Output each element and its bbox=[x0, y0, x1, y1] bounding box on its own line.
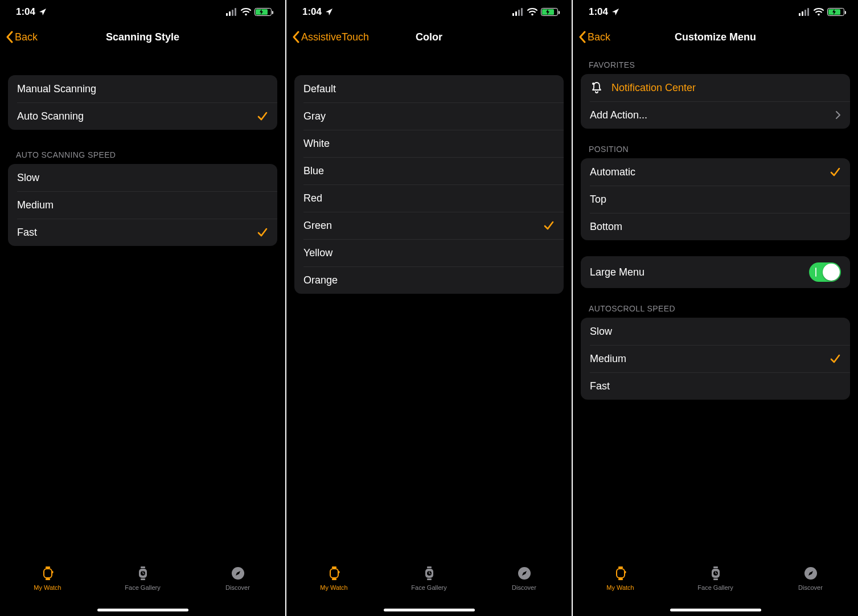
row-position-automatic[interactable]: Automatic bbox=[581, 158, 850, 186]
row-autoscroll-medium[interactable]: Medium bbox=[581, 345, 850, 372]
status-bar: 1:04 bbox=[0, 0, 285, 24]
row-label: Top bbox=[590, 194, 841, 206]
tab-bar: My Watch Face Gallery Discover bbox=[573, 561, 858, 616]
watch-icon bbox=[612, 565, 629, 582]
large-menu-switch[interactable] bbox=[809, 262, 841, 282]
row-speed-fast[interactable]: Fast bbox=[8, 219, 277, 246]
row-color-orange[interactable]: Orange bbox=[294, 266, 564, 294]
row-label: White bbox=[303, 138, 555, 150]
row-color-blue[interactable]: Blue bbox=[294, 157, 564, 184]
row-label: Notification Center bbox=[611, 82, 841, 94]
row-speed-slow[interactable]: Slow bbox=[8, 164, 277, 191]
page-title: Scanning Style bbox=[0, 31, 285, 43]
row-position-bottom[interactable]: Bottom bbox=[581, 213, 850, 240]
tab-label: Face Gallery bbox=[125, 584, 160, 591]
tab-my-watch[interactable]: My Watch bbox=[0, 565, 95, 616]
back-button[interactable]: Back bbox=[578, 31, 610, 43]
row-label: Medium bbox=[17, 199, 268, 211]
back-button[interactable]: Back bbox=[6, 31, 38, 43]
back-button[interactable]: AssistiveTouch bbox=[292, 31, 369, 43]
cellular-signal-icon bbox=[512, 8, 524, 16]
row-label: Medium bbox=[590, 353, 830, 365]
scanning-speed-group: Slow Medium Fast bbox=[8, 164, 277, 246]
row-color-default[interactable]: Default bbox=[294, 75, 564, 102]
chevron-left-icon bbox=[6, 31, 14, 43]
row-position-top[interactable]: Top bbox=[581, 186, 850, 213]
check-icon bbox=[830, 353, 841, 364]
check-icon bbox=[257, 227, 268, 238]
watch-face-icon bbox=[134, 565, 151, 582]
large-menu-group: Large Menu bbox=[581, 256, 850, 288]
row-color-green[interactable]: Green bbox=[294, 212, 564, 239]
section-header-position: POSITION bbox=[581, 145, 850, 158]
wifi-icon bbox=[241, 8, 251, 16]
tab-bar: My Watch Face Gallery Discover bbox=[0, 561, 285, 616]
charging-bolt-icon bbox=[832, 9, 836, 15]
tab-label: My Watch bbox=[320, 584, 348, 591]
row-label: Large Menu bbox=[590, 266, 809, 278]
row-auto-scanning[interactable]: Auto Scanning bbox=[8, 102, 277, 130]
position-group: Automatic Top Bottom bbox=[581, 158, 850, 240]
row-manual-scanning[interactable]: Manual Scanning bbox=[8, 75, 277, 102]
autoscroll-group: Slow Medium Fast bbox=[581, 318, 850, 400]
back-label: Back bbox=[588, 31, 610, 43]
section-header-autoscroll: AUTOSCROLL SPEED bbox=[581, 304, 850, 318]
screen-color: 1:04 AssistiveTouch Color Default bbox=[285, 0, 572, 616]
row-label: Orange bbox=[303, 274, 555, 286]
row-label: Manual Scanning bbox=[17, 83, 268, 95]
favorites-group: Notification Center Add Action... bbox=[581, 74, 850, 129]
watch-face-icon bbox=[421, 565, 438, 582]
row-label: Add Action... bbox=[590, 109, 835, 121]
row-color-red[interactable]: Red bbox=[294, 184, 564, 212]
status-time: 1:04 bbox=[302, 6, 322, 18]
chevron-right-icon bbox=[835, 110, 841, 120]
row-add-action[interactable]: Add Action... bbox=[581, 101, 850, 129]
row-label: Bottom bbox=[590, 221, 841, 233]
tab-label: Face Gallery bbox=[697, 584, 733, 591]
page-title: Customize Menu bbox=[573, 31, 858, 43]
check-icon bbox=[257, 110, 268, 122]
status-time: 1:04 bbox=[16, 6, 35, 18]
row-autoscroll-fast[interactable]: Fast bbox=[581, 372, 850, 400]
tab-label: Face Gallery bbox=[411, 584, 446, 591]
charging-bolt-icon bbox=[259, 9, 264, 15]
tab-discover[interactable]: Discover bbox=[477, 565, 572, 616]
compass-icon bbox=[802, 565, 819, 582]
tab-my-watch[interactable]: My Watch bbox=[573, 565, 668, 616]
row-notification-center[interactable]: Notification Center bbox=[581, 74, 850, 101]
home-indicator[interactable] bbox=[384, 609, 475, 611]
tab-label: Discover bbox=[798, 584, 823, 591]
tab-discover[interactable]: Discover bbox=[190, 565, 285, 616]
charging-bolt-icon bbox=[545, 9, 550, 15]
back-label: Back bbox=[15, 31, 38, 43]
location-icon bbox=[39, 8, 47, 16]
status-time: 1:04 bbox=[589, 6, 608, 18]
watch-face-icon bbox=[707, 565, 724, 582]
home-indicator[interactable] bbox=[97, 609, 188, 611]
battery-icon bbox=[827, 8, 844, 16]
battery-icon bbox=[254, 8, 272, 16]
row-label: Fast bbox=[17, 227, 257, 239]
nav-bar: AssistiveTouch Color bbox=[286, 24, 572, 50]
row-label: Auto Scanning bbox=[17, 110, 257, 122]
row-speed-medium[interactable]: Medium bbox=[8, 191, 277, 219]
row-label: Fast bbox=[590, 380, 841, 392]
row-color-white[interactable]: White bbox=[294, 130, 564, 157]
battery-icon bbox=[541, 8, 558, 16]
screen-scanning-style: 1:04 Back Scanning Style Manua bbox=[0, 0, 285, 616]
row-autoscroll-slow[interactable]: Slow bbox=[581, 318, 850, 345]
row-large-menu[interactable]: Large Menu bbox=[581, 256, 850, 288]
back-label: AssistiveTouch bbox=[301, 31, 369, 43]
tab-label: Discover bbox=[225, 584, 250, 591]
row-label: Default bbox=[303, 83, 555, 95]
home-indicator[interactable] bbox=[670, 609, 761, 611]
tab-discover[interactable]: Discover bbox=[763, 565, 858, 616]
check-icon bbox=[543, 220, 555, 231]
row-color-gray[interactable]: Gray bbox=[294, 102, 564, 130]
row-label: Blue bbox=[303, 165, 555, 177]
tab-my-watch[interactable]: My Watch bbox=[286, 565, 381, 616]
watch-icon bbox=[326, 565, 343, 582]
row-color-yellow[interactable]: Yellow bbox=[294, 239, 564, 266]
scanning-modes-group: Manual Scanning Auto Scanning bbox=[8, 75, 277, 130]
row-label: Green bbox=[303, 220, 543, 232]
